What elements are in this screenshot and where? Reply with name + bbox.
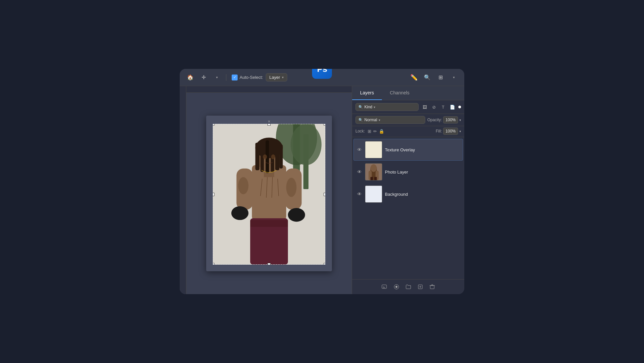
filter-dot[interactable]: [458, 106, 461, 108]
filter-kind-dropdown[interactable]: 🔍 Kind ▾: [355, 103, 419, 111]
filter-search-icon: 🔍: [358, 105, 363, 109]
svg-point-22: [286, 178, 297, 197]
new-group-button[interactable]: [404, 282, 413, 291]
svg-point-27: [263, 154, 267, 159]
lock-label: Lock:: [355, 129, 365, 133]
lock-icons: ⊞ ✏ 🔒: [368, 129, 384, 134]
svg-rect-13: [275, 143, 279, 170]
delete-layer-button[interactable]: [428, 282, 437, 291]
auto-select-checkbox[interactable]: ✓: [232, 75, 238, 80]
eraser-tool[interactable]: ✏️: [409, 72, 419, 83]
svg-point-4: [291, 124, 321, 165]
app-window: Ps 🏠 ✛ ▾ ✓ Auto-Select: Layer ▾ ✏️ 🔍 ⊞ ▾: [180, 69, 464, 294]
blend-mode-chevron: ▾: [379, 118, 380, 122]
svg-rect-9: [255, 143, 259, 170]
layer-item-background[interactable]: 👁 Background: [353, 183, 463, 205]
blend-search-icon: 🔍: [358, 118, 363, 122]
lock-transparent-icon[interactable]: ⊞: [368, 129, 371, 134]
blend-mode-value: Normal: [364, 118, 377, 122]
svg-point-28: [271, 154, 275, 159]
lock-row: Lock: ⊞ ✏ 🔒 Fill: 100% ▾: [352, 126, 464, 137]
opacity-label: Opacity:: [427, 118, 442, 122]
transform-handle-bottom-right[interactable]: [324, 263, 325, 265]
search-button[interactable]: 🔍: [422, 72, 433, 83]
thumb-photo: [365, 164, 382, 180]
folder-icon: [405, 284, 411, 290]
auto-select-label: Auto-Select:: [240, 75, 263, 80]
svg-point-23: [231, 206, 249, 220]
layer-dropdown-value: Layer: [269, 75, 280, 80]
add-mask-button[interactable]: [392, 282, 401, 291]
panel-tabs: Layers Channels: [352, 86, 464, 100]
image-frame: [213, 124, 325, 265]
transform-handle-bottom-center[interactable]: [267, 263, 271, 265]
svg-point-31: [370, 164, 377, 172]
home-button[interactable]: 🏠: [185, 72, 196, 83]
filter-kind-chevron: ▾: [374, 105, 375, 109]
layers-bottom-bar: fx: [352, 279, 464, 294]
layer-type-dropdown[interactable]: Layer ▾: [266, 73, 288, 81]
transform-handle-bottom-left[interactable]: [213, 263, 214, 265]
transform-handle-middle-left[interactable]: [213, 193, 214, 196]
layer-item-texture-overlay[interactable]: 👁 Texture Overlay: [353, 139, 463, 161]
lock-position-icon[interactable]: 🔒: [379, 129, 384, 134]
filter-text-icon[interactable]: T: [439, 103, 447, 111]
transform-handle-top-right[interactable]: [324, 124, 325, 126]
layer-thumb-1: [365, 141, 382, 158]
svg-rect-34: [370, 177, 373, 180]
fill-value[interactable]: 100%: [443, 128, 458, 135]
tab-layers[interactable]: Layers: [352, 86, 382, 100]
trash-icon: [429, 284, 435, 290]
opacity-value[interactable]: 100%: [443, 116, 458, 124]
svg-rect-26: [250, 220, 288, 227]
transform-handle-top-left[interactable]: [213, 124, 214, 126]
transform-handle-middle-right[interactable]: [324, 193, 325, 196]
main-area: ×: [180, 86, 464, 294]
layer-visibility-3[interactable]: 👁: [356, 191, 362, 197]
layer-dropdown-chevron: ▾: [282, 76, 284, 79]
filter-shape-icon[interactable]: 📄: [448, 103, 456, 111]
fx-icon: fx: [382, 284, 388, 290]
layers-panel: Layers Channels 🔍 Kind ▾ 🖼 ⊘ T 📄: [352, 86, 464, 294]
auto-select-group: ✓ Auto-Select:: [232, 75, 263, 80]
tool-options-dropdown[interactable]: ▾: [211, 72, 222, 83]
layer-name-1: Texture Overlay: [385, 147, 460, 152]
photo-svg: [213, 124, 325, 265]
new-layer-button[interactable]: [416, 282, 425, 291]
filter-adjustment-icon[interactable]: ⊘: [430, 103, 438, 111]
svg-point-21: [238, 177, 249, 194]
image-panel: ×: [206, 116, 332, 271]
layer-thumb-2: [365, 163, 382, 181]
lock-paint-icon[interactable]: ✏: [373, 129, 377, 134]
workspace-dropdown[interactable]: ▾: [448, 72, 459, 83]
layer-name-2: Photo Layer: [385, 170, 460, 175]
ruler-vertical: [180, 86, 186, 294]
toolbar-right: ✏️ 🔍 ⊞ ▾: [409, 72, 459, 83]
workspace-switcher[interactable]: ⊞: [435, 72, 446, 83]
layer-visibility-1[interactable]: 👁: [356, 147, 362, 152]
fill-chevron: ▾: [459, 130, 461, 133]
fill-group: Fill: 100% ▾: [436, 128, 461, 135]
mask-icon: [393, 284, 399, 290]
transform-handle-top-center[interactable]: [267, 124, 271, 126]
thumb-cream: [365, 141, 382, 158]
filter-image-icon[interactable]: 🖼: [421, 103, 429, 111]
ps-logo: Ps: [312, 69, 332, 79]
layer-name-3: Background: [385, 192, 460, 197]
blend-row: 🔍 Normal ▾ Opacity: 100% ▾: [352, 114, 464, 126]
layers-list: 👁 Texture Overlay 👁: [352, 137, 464, 279]
toolbar-divider: [226, 74, 226, 81]
layer-visibility-2[interactable]: 👁: [356, 169, 362, 175]
svg-rect-35: [374, 177, 377, 180]
filter-kind-value: Kind: [364, 105, 372, 109]
move-tool[interactable]: ✛: [198, 72, 209, 83]
blend-mode-dropdown[interactable]: 🔍 Normal ▾: [355, 116, 425, 124]
filter-icons: 🖼 ⊘ T 📄: [421, 103, 461, 111]
tab-channels[interactable]: Channels: [382, 86, 417, 100]
svg-rect-14: [279, 144, 283, 169]
ruler-horizontal: [180, 86, 352, 93]
new-layer-icon: [417, 284, 423, 290]
layer-item-photo[interactable]: 👁: [353, 161, 463, 183]
svg-point-39: [395, 286, 397, 288]
add-layer-effect-button[interactable]: fx: [380, 282, 389, 291]
